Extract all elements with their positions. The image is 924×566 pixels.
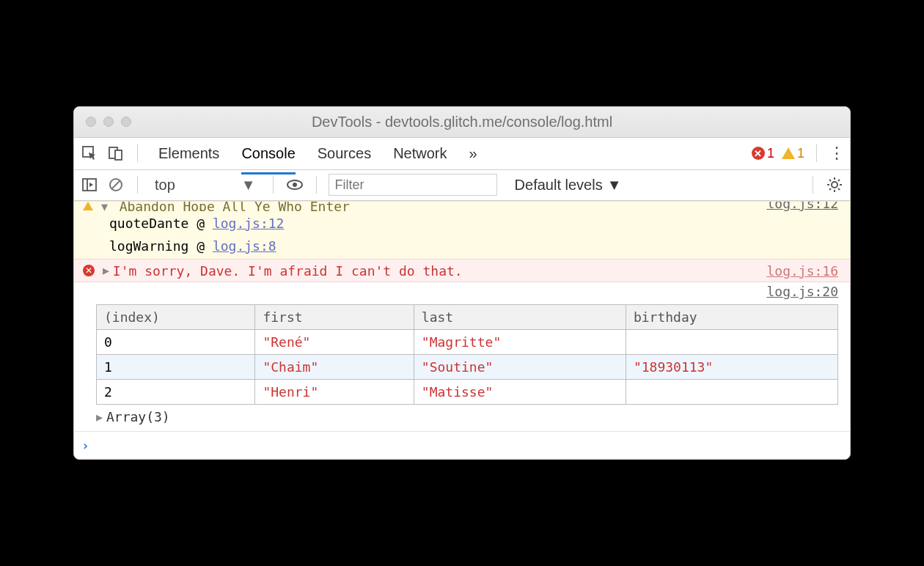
table-cell: "Chaim" — [255, 355, 414, 380]
divider — [316, 176, 317, 194]
source-link[interactable]: log.js:16 — [766, 263, 838, 279]
warning-icon — [782, 147, 795, 159]
table-row: 2 "Henri" "Matisse" — [97, 380, 838, 405]
warning-count: 1 — [797, 146, 804, 161]
divider — [273, 176, 274, 194]
log-error-row[interactable]: ✕ ▸ I'm sorry, Dave. I'm afraid I can't … — [74, 259, 850, 282]
tab-elements[interactable]: Elements — [158, 139, 219, 168]
tab-console[interactable]: Console — [241, 139, 295, 174]
console-toolbar: top ▼ Default levels ▼ — [74, 170, 850, 201]
filter-input[interactable] — [329, 174, 497, 196]
source-link[interactable]: log.js:12 — [213, 216, 285, 231]
log-table-row: log.js:20 (index) first last birthday 0 … — [74, 282, 850, 431]
minimize-window-button[interactable] — [103, 117, 114, 127]
tab-sources[interactable]: Sources — [318, 139, 371, 168]
tabs-right: ✕ 1 1 ⋮ — [752, 144, 844, 163]
table-cell: 1 — [97, 355, 255, 380]
window-title: DevTools - devtools.glitch.me/console/lo… — [74, 114, 850, 131]
table-cell: "18930113" — [626, 355, 837, 380]
context-value: top — [155, 177, 175, 194]
warning-message: Abandon Hope All Ye Who Enter — [120, 201, 350, 211]
source-link[interactable]: log.js:20 — [766, 284, 838, 299]
table-cell — [626, 330, 837, 355]
stack-frame: logWarning @ log.js:8 — [109, 235, 841, 258]
warning-icon — [83, 202, 93, 210]
table-header[interactable]: birthday — [626, 305, 837, 330]
array-summary[interactable]: ▸Array(3) — [96, 409, 838, 425]
table-cell: "Magritte" — [414, 330, 626, 355]
table-header[interactable]: first — [255, 305, 414, 330]
table-row: 1 "Chaim" "Soutine" "18930113" — [97, 355, 838, 380]
svg-point-8 — [293, 183, 297, 187]
table-row: 0 "René" "Magritte" — [97, 330, 838, 355]
at-sign: @ — [197, 238, 205, 254]
console-log-area: ▾ Abandon Hope All Ye Who Enter log.js:1… — [74, 201, 850, 459]
live-expression-icon[interactable] — [285, 175, 304, 194]
disclosure-triangle-icon[interactable]: ▾ — [101, 205, 111, 209]
context-dropdown[interactable]: top ▼ — [150, 176, 261, 194]
table-cell: 2 — [97, 380, 255, 405]
more-menu-icon[interactable]: ⋮ — [829, 144, 844, 163]
console-settings-icon[interactable] — [825, 175, 844, 194]
table-cell: "René" — [255, 330, 414, 355]
table-cell: "Henri" — [255, 380, 414, 405]
inspect-element-icon[interactable] — [80, 144, 99, 163]
device-toolbar-icon[interactable] — [106, 144, 125, 163]
svg-point-9 — [832, 182, 837, 188]
log-warning-row[interactable]: ▾ Abandon Hope All Ye Who Enter log.js:1… — [74, 201, 850, 211]
zoom-window-button[interactable] — [121, 117, 131, 127]
error-count: 1 — [767, 146, 774, 161]
tab-network[interactable]: Network — [393, 139, 447, 168]
error-message: I'm sorry, Dave. I'm afraid I can't do t… — [113, 263, 463, 279]
table-header[interactable]: last — [414, 305, 626, 330]
stack-fn: quoteDante — [109, 216, 188, 231]
stack-fn: logWarning — [109, 238, 188, 254]
divider — [816, 144, 817, 162]
close-window-button[interactable] — [86, 117, 96, 127]
traffic-lights — [86, 117, 131, 127]
panel-tabs: Elements Console Sources Network » — [158, 139, 477, 168]
prompt-chevron-icon: › — [81, 438, 89, 453]
divider — [137, 144, 138, 162]
console-table: (index) first last birthday 0 "René" "Ma… — [96, 304, 838, 405]
error-icon: ✕ — [752, 147, 765, 160]
titlebar: DevTools - devtools.glitch.me/console/lo… — [74, 107, 850, 138]
table-cell: "Soutine" — [414, 355, 626, 380]
warning-stack: quoteDante @ log.js:12 logWarning @ log.… — [74, 211, 850, 259]
log-levels-dropdown[interactable]: Default levels ▼ — [515, 177, 622, 194]
console-prompt[interactable]: › — [74, 431, 850, 459]
svg-rect-2 — [115, 150, 122, 160]
tabs-overflow[interactable]: » — [469, 139, 477, 168]
warning-badge[interactable]: 1 — [782, 146, 804, 161]
chevron-down-icon: ▼ — [607, 177, 622, 194]
table-cell: 0 — [97, 330, 255, 355]
disclosure-triangle-icon[interactable]: ▸ — [96, 409, 106, 425]
toggle-sidebar-icon[interactable] — [80, 175, 99, 194]
table-cell: "Matisse" — [414, 380, 626, 405]
svg-line-6 — [111, 180, 120, 189]
svg-line-17 — [838, 180, 840, 181]
clear-console-icon[interactable] — [106, 175, 125, 194]
svg-line-16 — [829, 188, 831, 190]
error-badge[interactable]: ✕ 1 — [752, 146, 774, 161]
chevron-down-icon: ▼ — [241, 177, 256, 194]
levels-label: Default levels — [515, 177, 603, 194]
table-header[interactable]: (index) — [97, 305, 255, 330]
source-link[interactable]: log.js:8 — [213, 238, 276, 254]
array-label-text: Array(3) — [106, 409, 170, 425]
svg-line-15 — [838, 188, 840, 190]
svg-line-14 — [829, 180, 831, 181]
source-link[interactable]: log.js:12 — [766, 202, 838, 205]
error-icon: ✕ — [83, 265, 95, 276]
disclosure-triangle-icon[interactable]: ▸ — [103, 262, 113, 279]
table-cell — [626, 380, 837, 405]
at-sign: @ — [197, 216, 205, 231]
divider — [813, 176, 813, 194]
tabs-row: Elements Console Sources Network » ✕ 1 1… — [74, 138, 850, 170]
devtools-window: DevTools - devtools.glitch.me/console/lo… — [73, 106, 851, 460]
stack-frame: quoteDante @ log.js:12 — [109, 213, 841, 235]
divider — [137, 176, 138, 194]
